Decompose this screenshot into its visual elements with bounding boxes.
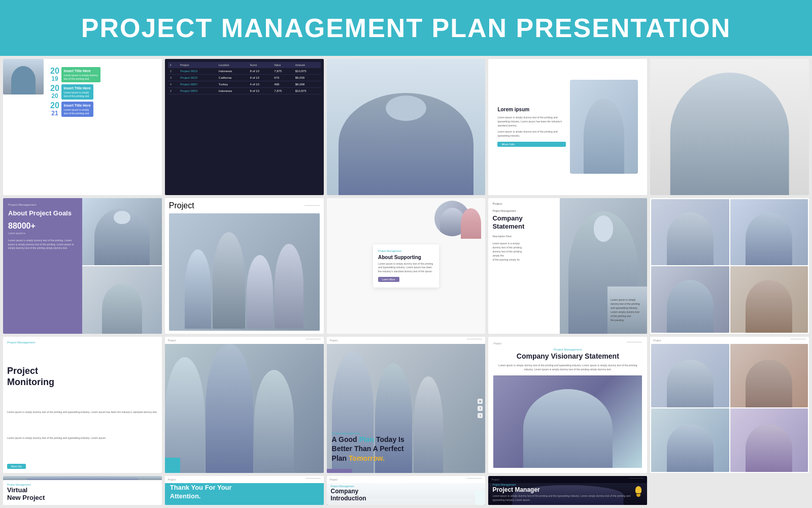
timeline-item-3: 20 21 Insert Title Here Lorem ipsum is s… — [50, 102, 158, 117]
good-plan-heading: A Good Plan Today IsBetter Than A Perfec… — [332, 435, 404, 463]
slide-team-photos[interactable]: Project — [650, 337, 809, 473]
decorative-line — [304, 205, 320, 206]
visionary-person — [523, 389, 613, 467]
more-info-button[interactable]: More Info — [497, 142, 565, 147]
facebook-icon: f — [478, 406, 483, 411]
slide-about-goals[interactable]: Project Management About Project Goals 8… — [3, 198, 162, 334]
slide-supporting[interactable]: Project Management About Supporting Lore… — [327, 198, 486, 334]
thank-you-content: Project Management Thank You For YourAtt… — [165, 483, 324, 505]
slide-good-plan[interactable]: Project Project Management A Good Plan T… — [327, 337, 486, 473]
slide-top-bar: Project — [169, 201, 320, 210]
good-plan-text: Project Management A Good Plan Today IsB… — [332, 432, 404, 463]
slide-thank-you[interactable]: Project Project Management Thank You For… — [165, 476, 324, 505]
slide15-top-bar: Project — [651, 338, 808, 343]
slide-virtual-project[interactable]: Project Management VirtualNew Project — [3, 476, 162, 505]
company-statement-title: CompanyStatement — [492, 214, 567, 232]
manager-text: Project Management Project Manager Lorem… — [488, 480, 647, 505]
slide13-top-bar: Project — [327, 337, 486, 344]
visionary-bottom-image — [493, 375, 642, 468]
team-photo-3 — [651, 266, 729, 333]
page-title: PROJECT MANAGEMENT PLAN PRESENTATION — [81, 13, 731, 43]
goals-right-images — [82, 198, 161, 334]
slide-meeting[interactable]: Project — [165, 198, 324, 334]
person-head — [386, 96, 426, 121]
table-row: 4 Project 0097 Turkey 4 of 10 468 $6,068 — [168, 81, 321, 88]
twitter-icon: t — [478, 413, 483, 418]
city-background: Project Management CompanyIntroduction — [327, 483, 486, 505]
intro-overlay: Project Management CompanyIntroduction — [327, 483, 486, 505]
goals-left-panel: Project Management About Project Goals 8… — [3, 198, 82, 334]
social-icons-group: ✉ f t — [478, 399, 483, 418]
slide-company-statement[interactable]: Project Project Management CompanyStatem… — [488, 198, 647, 334]
text-area: Lorem ipsum Lorem ipsum is simply dummy … — [497, 68, 565, 186]
lightbulb-icon — [634, 486, 642, 497]
meeting-image — [169, 213, 320, 331]
slide-person-photo[interactable] — [650, 59, 809, 195]
person-silhouette — [670, 73, 789, 195]
team-photo-2 — [730, 199, 808, 266]
team-photo-grid-2 — [730, 344, 808, 407]
team-photo-grid-1 — [651, 344, 729, 407]
person-image — [3, 59, 44, 94]
goals-image-top — [82, 198, 161, 266]
slide-table[interactable]: # Project Location Score Value Amount 2 … — [165, 59, 324, 195]
goals-image-bottom — [82, 266, 161, 334]
monitoring-title: ProjectMonitoring — [7, 366, 158, 388]
table-row: 2 Project 0023 Indonesia 8 of 10 7,875 $… — [168, 68, 321, 75]
purple-accent-bar — [327, 469, 352, 473]
desk-background — [327, 59, 486, 195]
intro-title: CompanyIntroduction — [331, 488, 482, 502]
supporting-content-box: Project Management About Supporting Lore… — [373, 244, 439, 288]
slide-laptop-text[interactable]: Lorem ipsum Lorem ipsum is simply dummy … — [488, 59, 647, 195]
slide-company-intro[interactable]: Project Project Management CompanyIntrod… — [327, 476, 486, 505]
thank-you-overlay: Project Management Thank You For YourAtt… — [165, 483, 324, 505]
office-person — [3, 476, 162, 480]
slide-visionary[interactable]: Project Project Management Company Visio… — [488, 337, 647, 473]
slide14-top-bar: Project — [493, 342, 642, 345]
meeting-scene-large — [165, 344, 324, 473]
timeline-item-1: 20 19 Insert Title Here Lorem ipsum is s… — [50, 67, 158, 82]
project-table: # Project Location Score Value Amount 2 … — [168, 62, 321, 94]
table-row: 2 Project 0054 Indonesia 8 of 10 7,875 $… — [168, 88, 321, 94]
monitoring-more-button[interactable]: More Info — [7, 464, 26, 469]
slide9-left-content: Project Management CompanyStatement Desc… — [492, 209, 567, 262]
timeline-item-2: 20 20 Insert Title Here Lorem ipsum is s… — [50, 84, 158, 100]
slide18-top-bar: Project — [327, 476, 486, 483]
team-photo-1 — [651, 199, 729, 266]
photo-container — [650, 59, 809, 195]
learn-more-button[interactable]: Learn More — [378, 277, 399, 282]
table-row: 3 Project 0015 California 9 of 10 670 $9… — [168, 75, 321, 81]
slide-content: Lorem ipsum Lorem ipsum is simply dummy … — [492, 63, 643, 191]
teal-accent-block — [165, 458, 180, 473]
slide-project-manager[interactable]: Project Project Management Project Manag… — [488, 476, 647, 505]
slide-timeline[interactable]: 20 19 Insert Title Here Lorem ipsum is s… — [3, 59, 162, 195]
timeline-items: 20 19 Insert Title Here Lorem ipsum is s… — [50, 67, 158, 117]
team-photo-4 — [730, 266, 808, 333]
slide-person-desk[interactable] — [327, 59, 486, 195]
slide16-top-image — [3, 476, 162, 480]
slide16-bottom-text: Project Management VirtualNew Project — [3, 480, 162, 505]
team-photo-grid — [651, 344, 808, 472]
slide-meeting-large[interactable]: Project — [165, 337, 324, 473]
slide13-content: Project Management A Good Plan Today IsB… — [327, 344, 486, 473]
manager-title: Project Manager — [492, 486, 643, 493]
virtual-project-title: VirtualNew Project — [7, 486, 158, 502]
slide9-right-desc: Lorem ipsum is simplydummy text of the p… — [607, 287, 647, 334]
thank-you-heading: Thank You For YourAttention. — [170, 484, 319, 501]
slide-monitoring[interactable]: Project Management ProjectMonitoring Lor… — [3, 337, 162, 473]
intro-content: Project Management CompanyIntroduction — [327, 483, 486, 505]
team-photo-grid-3 — [651, 408, 729, 472]
slide-team-grid[interactable] — [650, 198, 809, 334]
email-icon: ✉ — [478, 399, 483, 404]
visionary-title: Company Visionary Statement — [493, 352, 642, 360]
person-figure — [339, 93, 473, 195]
slide12-top-bar: Project — [165, 337, 324, 344]
image-area — [570, 68, 638, 186]
header: PROJECT MANAGEMENT PLAN PRESENTATION — [0, 0, 812, 56]
pink-person-figure — [461, 208, 481, 239]
team-photo-grid-4 — [730, 408, 808, 472]
slides-grid: 20 19 Insert Title Here Lorem ipsum is s… — [0, 56, 812, 508]
description-label: Description Here: — [492, 234, 567, 238]
slide17-top-bar: Project — [165, 476, 324, 483]
